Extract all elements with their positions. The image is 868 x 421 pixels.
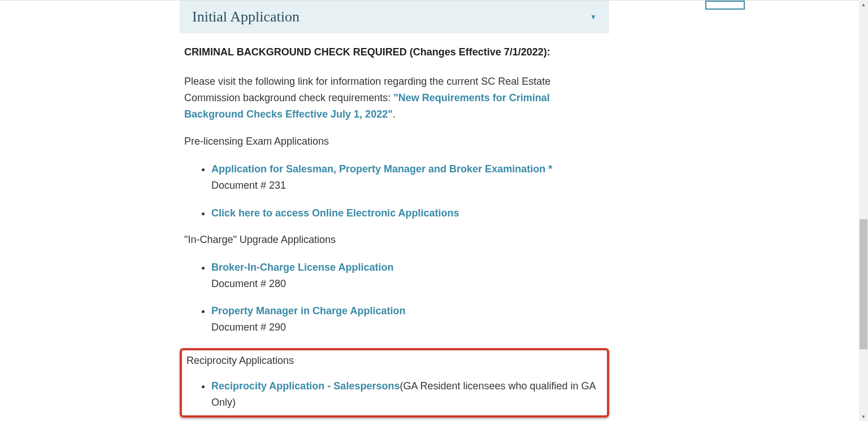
broker-in-charge-link[interactable]: Broker-In-Charge License Application [211,262,393,273]
scroll-up-arrow-icon[interactable]: ▲ [859,0,868,9]
scroll-down-arrow-icon[interactable]: ▼ [859,412,868,421]
list-item: Application for Salesman, Property Manag… [211,161,605,194]
reciprocity-list: Reciprocity Application - Salespersons(G… [184,378,607,411]
incharge-list: Broker-In-Charge License Application Doc… [184,259,605,336]
salesman-exam-link[interactable]: Application for Salesman, Property Manag… [211,163,552,175]
reciprocity-salesperson-link[interactable]: Reciprocity Application - Salespersons [211,380,400,392]
doc-number: Document # 280 [211,276,605,292]
accordion-header-initial-application[interactable]: Initial Application ▼ [180,1,609,33]
list-item: Reciprocity Application - Salespersons(G… [211,378,607,411]
scrollbar-thumb[interactable] [860,219,867,349]
sidebar-box[interactable] [705,1,745,10]
scrollbar[interactable]: ▲ ▼ [859,0,868,421]
prelicense-label: Pre-licensing Exam Applications [184,136,605,147]
doc-number: Document # 231 [211,177,605,194]
list-item: Property Manager in Charge Application D… [211,303,605,336]
reciprocity-label: Reciprocity Applications [184,355,607,367]
prelicense-list: Application for Salesman, Property Manag… [184,161,605,221]
bg-check-paragraph: Please visit the following link for info… [184,73,605,122]
bg-check-heading: CRIMINAL BACKGROUND CHECK REQUIRED (Chan… [184,45,605,60]
sidebar [677,1,745,421]
reciprocity-highlight-box: Reciprocity Applications Reciprocity App… [180,348,609,418]
incharge-label: "In-Charge" Upgrade Applications [184,234,605,246]
online-applications-link[interactable]: Click here to access Online Electronic A… [211,207,459,219]
main-content: Initial Application ▼ CRIMINAL BACKGROUN… [180,1,609,421]
property-manager-link[interactable]: Property Manager in Charge Application [211,305,405,316]
bg-check-period: . [393,108,396,120]
list-item: Broker-In-Charge License Application Doc… [211,259,605,292]
list-item: Click here to access Online Electronic A… [211,205,605,222]
accordion-title: Initial Application [192,8,300,25]
chevron-down-icon: ▼ [590,13,597,21]
accordion-content: CRIMINAL BACKGROUND CHECK REQUIRED (Chan… [180,45,609,421]
doc-number: Document # 290 [211,319,605,336]
